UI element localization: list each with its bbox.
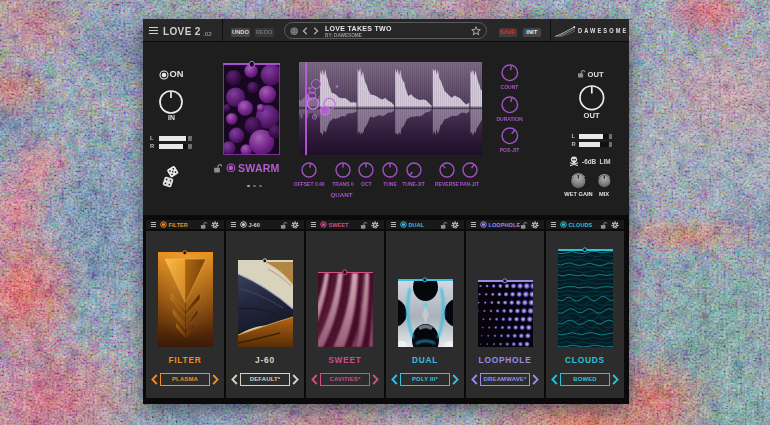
- quant-knob-oct[interactable]: [357, 161, 375, 179]
- in-label: IN: [161, 114, 182, 121]
- module-menu-icon[interactable]: [151, 222, 156, 227]
- page-dot[interactable]: [253, 185, 256, 188]
- module-menu-icon[interactable]: [551, 222, 556, 227]
- module-preset-next-icon[interactable]: [292, 374, 299, 385]
- swarm-thumbnail[interactable]: [223, 64, 280, 155]
- module-name: CLOUDS: [569, 222, 593, 228]
- waveform-display[interactable]: [299, 62, 482, 155]
- wet-gain-knob[interactable]: [568, 171, 589, 192]
- mix-label: MIX: [591, 191, 617, 197]
- quant-knob-trans[interactable]: [334, 161, 352, 179]
- input-gain-knob[interactable]: [158, 89, 184, 115]
- module-lock-icon[interactable]: [280, 221, 288, 230]
- module-preset-selector[interactable]: PLASMA: [160, 373, 210, 387]
- module-preset-selector[interactable]: POLY III*: [400, 373, 450, 387]
- module-thumbnail[interactable]: [398, 280, 453, 347]
- module-panel-loophole: LOOPHOLE LOOPHOLE DREAMWAVE*: [466, 215, 544, 404]
- module-preset-prev-icon[interactable]: [551, 374, 558, 385]
- module-menu-icon[interactable]: [391, 222, 396, 227]
- module-preset-next-icon[interactable]: [612, 374, 619, 385]
- module-gear-icon[interactable]: [451, 221, 459, 229]
- swarm-lock-icon[interactable]: [213, 163, 223, 174]
- grain-knob-duration[interactable]: [500, 95, 520, 115]
- module-gear-icon[interactable]: [531, 221, 539, 229]
- module-size-slider[interactable]: [158, 252, 213, 254]
- module-size-slider[interactable]: [398, 279, 453, 281]
- module-menu-icon[interactable]: [471, 222, 476, 227]
- module-preset-selector[interactable]: BOWED: [560, 373, 610, 387]
- module-preset-next-icon[interactable]: [532, 374, 539, 385]
- waveform-playhead[interactable]: [305, 62, 307, 155]
- swarm-art: [224, 65, 279, 154]
- out-lock-icon[interactable]: [577, 69, 586, 79]
- quant-knob-offset[interactable]: [300, 161, 318, 179]
- module-label: LOOPHOLE: [466, 355, 544, 365]
- db-label[interactable]: -6dB: [582, 158, 596, 165]
- module-preset-name: DREAMWAVE*: [484, 376, 527, 382]
- module-name: FILTER: [169, 222, 188, 228]
- module-preset-name: BOWED: [573, 376, 597, 382]
- module-preset-next-icon[interactable]: [372, 374, 379, 385]
- module-lock-icon[interactable]: [520, 221, 528, 230]
- module-preset-prev-icon[interactable]: [231, 374, 238, 385]
- quant-knob-reverse[interactable]: [438, 161, 456, 179]
- module-panel-j60: J-60 J-60 DEFAULT*: [226, 215, 304, 404]
- dice-icon[interactable]: [160, 164, 184, 190]
- menu-bar: [551, 226, 556, 227]
- module-thumbnail[interactable]: [238, 261, 293, 347]
- grain-knob-count[interactable]: [500, 63, 520, 83]
- module-preset-prev-icon[interactable]: [471, 374, 478, 385]
- module-lock-icon[interactable]: [440, 221, 448, 230]
- out-meter-r-label: R: [572, 141, 576, 147]
- module-size-slider[interactable]: [238, 260, 293, 262]
- module-lock-icon[interactable]: [360, 221, 368, 230]
- skull-icon[interactable]: [569, 156, 579, 167]
- module-lock-icon[interactable]: [200, 221, 208, 230]
- in-meter-r: [159, 144, 192, 149]
- quant-knob-pan-jit[interactable]: [461, 161, 479, 179]
- module-gear-icon[interactable]: [211, 221, 219, 229]
- module-preset-selector[interactable]: CAVITIES*: [320, 373, 370, 387]
- mix-knob[interactable]: [595, 172, 614, 191]
- lim-label[interactable]: LIM: [600, 158, 611, 165]
- page-dot[interactable]: [259, 185, 262, 188]
- module-preset-selector[interactable]: DEFAULT*: [240, 373, 290, 387]
- menu-bar: [151, 224, 156, 225]
- module-label: CLOUDS: [546, 355, 624, 365]
- swarm-led: [226, 163, 236, 173]
- module-size-slider[interactable]: [558, 249, 613, 251]
- swarm-label[interactable]: SWARM: [238, 162, 280, 174]
- meter-fill: [159, 136, 186, 141]
- output-gain-knob[interactable]: [578, 84, 606, 112]
- quant-knob-tune[interactable]: [381, 161, 399, 179]
- module-label: FILTER: [146, 355, 224, 365]
- module-preset-name: DEFAULT*: [250, 376, 281, 382]
- out-top-label: OUT: [588, 70, 604, 79]
- module-thumbnail[interactable]: [478, 281, 533, 347]
- module-menu-icon[interactable]: [311, 222, 316, 227]
- swarm-slider[interactable]: [223, 63, 280, 65]
- module-header: SWEET: [306, 220, 384, 230]
- page-dot-active[interactable]: [247, 185, 250, 188]
- module-thumbnail[interactable]: [318, 273, 373, 348]
- module-thumbnail[interactable]: [158, 253, 213, 347]
- module-size-slider[interactable]: [478, 280, 533, 282]
- main-section: ON IN L R: [143, 19, 629, 234]
- module-gear-icon[interactable]: [371, 221, 379, 229]
- module-preset-prev-icon[interactable]: [391, 374, 398, 385]
- swarm-page-dots[interactable]: [247, 173, 266, 191]
- module-preset-selector[interactable]: DREAMWAVE*: [480, 373, 530, 387]
- grain-knob-pos-jit[interactable]: [500, 126, 520, 146]
- module-lock-icon[interactable]: [600, 221, 608, 230]
- module-gear-icon[interactable]: [611, 221, 619, 229]
- module-preset-next-icon[interactable]: [452, 374, 459, 385]
- module-menu-icon[interactable]: [231, 222, 236, 227]
- quant-knob-tune-jit[interactable]: [405, 161, 423, 179]
- grain-knob-label: DURATION: [484, 116, 536, 122]
- module-thumbnail[interactable]: [558, 250, 613, 347]
- module-preset-next-icon[interactable]: [212, 374, 219, 385]
- module-preset-prev-icon[interactable]: [311, 374, 318, 385]
- module-preset-prev-icon[interactable]: [151, 374, 158, 385]
- module-gear-icon[interactable]: [291, 221, 299, 229]
- module-size-slider[interactable]: [318, 272, 373, 274]
